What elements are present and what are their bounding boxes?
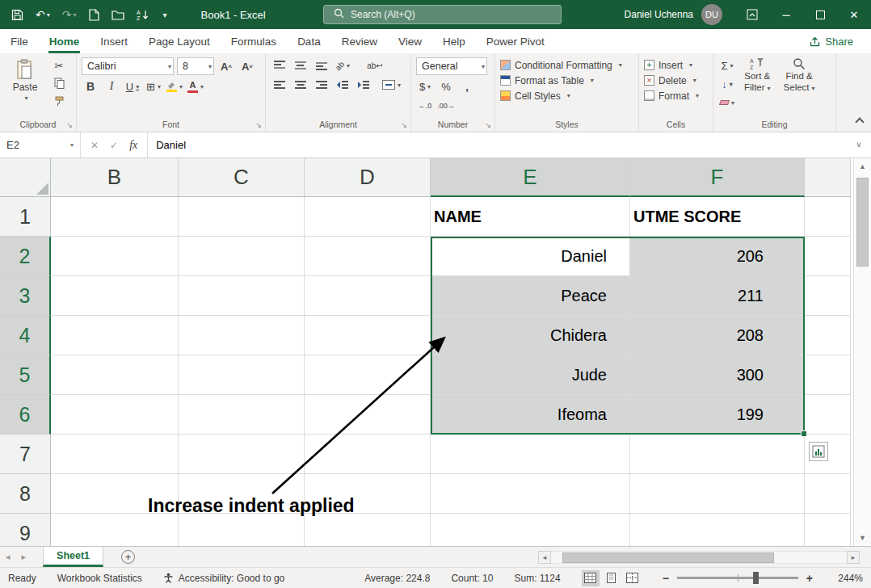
user-name[interactable]: Daniel Uchenna	[625, 9, 693, 20]
cell-B2[interactable]	[51, 237, 179, 276]
collapse-ribbon-icon[interactable]	[855, 117, 864, 126]
cell-C7[interactable]	[179, 435, 305, 474]
clipboard-dialog-launcher-icon[interactable]: ↘	[66, 121, 73, 129]
fill-color-icon[interactable]	[166, 78, 183, 94]
number-dialog-launcher-icon[interactable]: ↘	[485, 121, 491, 129]
delete-cells-button[interactable]: × Delete	[644, 73, 708, 88]
cell-C1[interactable]	[179, 197, 305, 237]
previous-sheet-icon[interactable]: ◂	[0, 552, 16, 562]
scroll-left-icon[interactable]: ◂	[538, 551, 551, 564]
copy-icon[interactable]	[50, 75, 68, 91]
alignment-dialog-launcher-icon[interactable]: ↘	[401, 121, 407, 129]
cell-F4[interactable]: 208	[630, 316, 805, 355]
horizontal-scrollbar[interactable]: ◂ ▸	[538, 551, 860, 564]
merge-center-icon[interactable]	[382, 77, 401, 93]
cell-C9[interactable]	[179, 514, 305, 546]
cell-F2[interactable]: 206	[630, 237, 805, 276]
decrease-decimal-icon[interactable]: .00→	[437, 98, 455, 114]
cell-E3[interactable]: Peace	[431, 276, 630, 316]
clear-button[interactable]	[718, 94, 736, 111]
cell-E8[interactable]	[431, 474, 630, 514]
scroll-right-icon[interactable]: ▸	[847, 551, 860, 564]
underline-button[interactable]: U	[124, 78, 141, 94]
cell-D3[interactable]	[305, 276, 431, 316]
cell-partial-4[interactable]	[805, 316, 851, 355]
font-dialog-launcher-icon[interactable]: ↘	[255, 121, 262, 129]
increase-font-size-icon[interactable]: A˄	[217, 58, 235, 74]
number-format-select[interactable]: General	[416, 57, 487, 75]
cell-F9[interactable]	[630, 514, 805, 546]
format-cells-button[interactable]: Format	[644, 88, 708, 103]
page-break-view-icon[interactable]	[624, 570, 642, 586]
cell-partial-1[interactable]	[805, 197, 851, 237]
fill-button[interactable]: ↓	[718, 76, 736, 92]
row-header-9[interactable]: 9	[0, 514, 51, 546]
tab-view[interactable]: View	[388, 29, 432, 53]
cell-C5[interactable]	[179, 355, 305, 395]
increase-indent-icon[interactable]	[355, 77, 372, 93]
customize-toolbar-icon[interactable]: ▾	[162, 10, 167, 19]
page-layout-view-icon[interactable]	[603, 570, 621, 586]
zoom-slider[interactable]	[677, 577, 798, 579]
row-header-8[interactable]: 8	[0, 474, 51, 514]
tab-formulas[interactable]: Formulas	[221, 29, 287, 53]
align-bottom-icon[interactable]	[313, 57, 330, 74]
sort-ascending-icon[interactable]: AZ	[137, 9, 149, 21]
font-size-select[interactable]: 8	[177, 57, 214, 75]
cell-E2[interactable]: Daniel	[431, 237, 630, 276]
cell-D4[interactable]	[305, 316, 431, 355]
tab-page-layout[interactable]: Page Layout	[138, 29, 221, 53]
row-header-1[interactable]: 1	[0, 197, 51, 237]
tab-help[interactable]: Help	[432, 29, 476, 53]
cell-B9[interactable]	[51, 514, 179, 546]
row-header-6[interactable]: 6	[0, 395, 51, 435]
maximize-button[interactable]	[803, 0, 837, 29]
cell-F5[interactable]: 300	[630, 355, 805, 395]
open-folder-icon[interactable]	[112, 10, 124, 20]
cell-D9[interactable]	[305, 514, 431, 546]
workbook-statistics-button[interactable]: Workbook Statistics	[57, 573, 142, 584]
row-header-7[interactable]: 7	[0, 435, 51, 474]
cell-F6[interactable]: 199	[630, 395, 805, 435]
sheet-tab-sheet1[interactable]: Sheet1	[43, 547, 103, 567]
font-color-icon[interactable]: A	[187, 78, 204, 94]
wrap-text-icon[interactable]: ab↩	[366, 57, 384, 74]
italic-button[interactable]: I	[103, 78, 120, 94]
normal-view-icon[interactable]	[582, 570, 600, 586]
accessibility-status[interactable]: Accessibility: Good to go	[163, 573, 284, 584]
name-box-dropdown-icon[interactable]: ▾	[70, 141, 74, 149]
scroll-up-icon[interactable]: ▲	[854, 158, 871, 174]
vertical-scroll-thumb[interactable]	[856, 178, 869, 267]
cell-E5[interactable]: Jude	[431, 355, 630, 395]
tab-home[interactable]: Home	[39, 29, 90, 53]
align-left-icon[interactable]	[271, 77, 288, 93]
zoom-level[interactable]: 244%	[834, 573, 863, 584]
column-header-C[interactable]: C	[179, 158, 305, 197]
conditional-formatting-button[interactable]: Conditional Formatting	[500, 57, 633, 73]
cell-partial-9[interactable]	[805, 514, 851, 546]
minimize-button[interactable]: ─	[769, 0, 803, 29]
insert-cells-button[interactable]: + Insert	[644, 57, 708, 73]
undo-button[interactable]: ↶▾	[36, 8, 50, 21]
find-select-button[interactable]: Find & Select	[779, 57, 820, 111]
cell-C4[interactable]	[179, 316, 305, 355]
horizontal-scroll-thumb[interactable]	[562, 552, 774, 563]
scroll-down-icon[interactable]: ▼	[854, 530, 871, 546]
align-middle-icon[interactable]	[292, 57, 309, 74]
tab-power-pivot[interactable]: Power Pivot	[476, 29, 555, 53]
font-name-select[interactable]: Calibri	[82, 57, 174, 75]
row-header-4[interactable]: 4	[0, 316, 51, 355]
decrease-indent-icon[interactable]	[334, 77, 351, 93]
zoom-out-icon[interactable]: −	[663, 572, 669, 585]
close-button[interactable]: ✕	[837, 0, 871, 29]
autosum-button[interactable]: Σ	[718, 57, 736, 74]
cell-E4[interactable]: Chidera	[431, 316, 630, 355]
cell-B4[interactable]	[51, 316, 179, 355]
cell-partial-5[interactable]	[805, 355, 851, 395]
column-header-E[interactable]: E	[431, 158, 630, 197]
tab-review[interactable]: Review	[331, 29, 388, 53]
cut-icon[interactable]: ✂	[50, 57, 68, 74]
share-button[interactable]: Share	[810, 36, 853, 48]
cell-F1[interactable]: UTME SCORE	[630, 197, 805, 237]
cell-F3[interactable]: 211	[630, 276, 805, 316]
